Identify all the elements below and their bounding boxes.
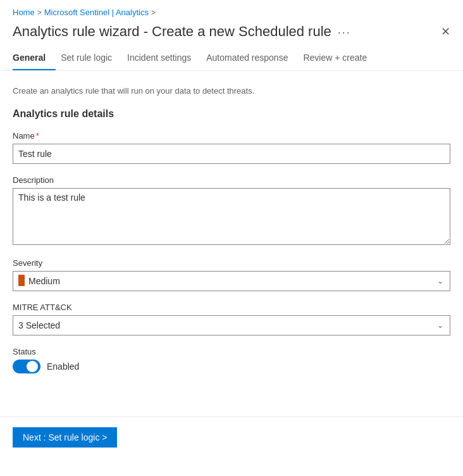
tab-review-create[interactable]: Review + create [303, 47, 377, 70]
footer-bar: Next : Set rule logic > [0, 416, 463, 458]
tab-automated-response[interactable]: Automated response [206, 47, 298, 70]
severity-chevron-icon: ⌄ [437, 277, 443, 285]
name-label: Name* [13, 131, 450, 141]
name-input[interactable] [13, 144, 450, 164]
page-header: Analytics rule wizard - Create a new Sch… [0, 21, 463, 47]
status-field-group: Status Enabled [13, 347, 450, 373]
tabs-bar: General Set rule logic Incident settings… [0, 47, 463, 71]
breadcrumb-sep2: > [151, 8, 156, 17]
more-options-icon[interactable]: ··· [338, 26, 351, 39]
severity-field-group: Severity Medium ⌄ [13, 258, 450, 291]
section-title: Analytics rule details [13, 108, 450, 120]
tab-set-rule-logic[interactable]: Set rule logic [61, 47, 122, 70]
mitre-label: MITRE ATT&CK [13, 303, 450, 312]
severity-select[interactable]: Medium ⌄ [13, 271, 450, 291]
mitre-select-wrapper: 3 Selected ⌄ [13, 315, 450, 335]
status-toggle[interactable] [13, 360, 40, 373]
status-row: Enabled [13, 360, 450, 373]
mitre-select[interactable]: 3 Selected ⌄ [13, 315, 450, 335]
breadcrumb: Home > Microsoft Sentinel | Analytics > [0, 0, 463, 21]
breadcrumb-sep1: > [37, 8, 42, 17]
mitre-value: 3 Selected [18, 320, 60, 330]
description-textarea[interactable]: This is a test rule [13, 188, 450, 245]
page-subtitle: Create an analytics rule that will run o… [13, 86, 450, 96]
description-field-group: Description This is a test rule [13, 175, 450, 247]
tab-general[interactable]: General [13, 47, 56, 70]
breadcrumb-home[interactable]: Home [13, 8, 35, 17]
severity-value: Medium [28, 276, 60, 286]
status-label: Status [13, 347, 450, 356]
next-button[interactable]: Next : Set rule logic > [13, 427, 117, 448]
severity-color-indicator [18, 275, 25, 286]
description-label: Description [13, 175, 450, 185]
status-value-label: Enabled [47, 361, 79, 372]
content-area: Create an analytics rule that will run o… [0, 71, 463, 398]
mitre-chevron-icon: ⌄ [437, 321, 443, 330]
toggle-knob [27, 361, 38, 372]
breadcrumb-sentinel[interactable]: Microsoft Sentinel | Analytics [44, 8, 149, 17]
close-icon[interactable]: ✕ [441, 26, 450, 37]
name-field-group: Name* [13, 131, 450, 164]
page-header-left: Analytics rule wizard - Create a new Sch… [13, 23, 351, 40]
mitre-field-group: MITRE ATT&CK 3 Selected ⌄ [13, 303, 450, 335]
severity-label: Severity [13, 258, 450, 268]
tab-incident-settings[interactable]: Incident settings [127, 47, 201, 70]
page-title: Analytics rule wizard - Create a new Sch… [13, 23, 331, 40]
